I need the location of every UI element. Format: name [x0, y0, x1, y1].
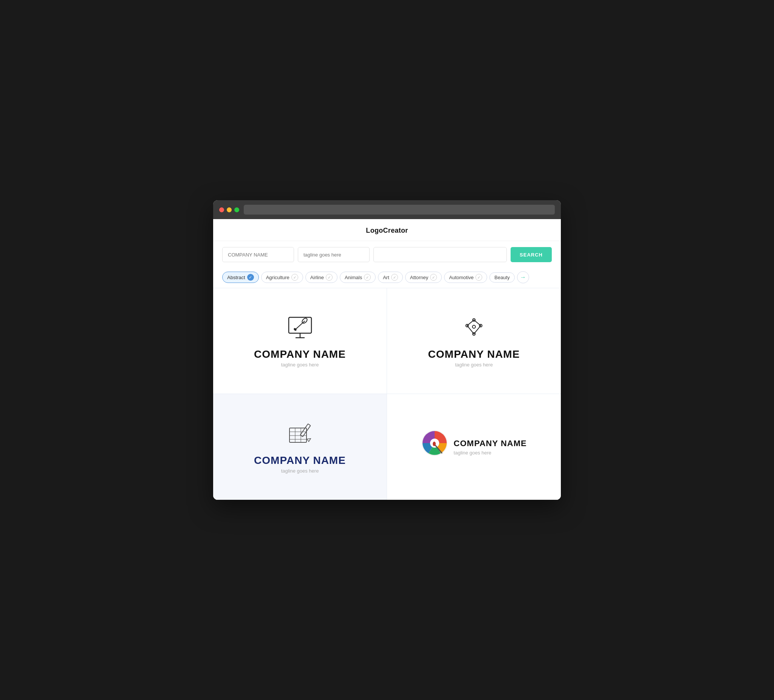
search-bar-row: SEARCH [213, 241, 561, 268]
filter-label: Animals [345, 275, 362, 280]
browser-window: LogoCreator SEARCH Abstract Agriculture … [213, 200, 561, 500]
logo-icon-4 [421, 429, 448, 458]
close-button[interactable] [219, 207, 224, 212]
tagline-3: tagline goes here [281, 468, 319, 474]
app-content: LogoCreator SEARCH Abstract Agriculture … [213, 219, 561, 500]
filter-check-abstract [247, 274, 254, 281]
filter-chip-beauty[interactable]: Beauty [490, 272, 514, 282]
filter-check-automotive [475, 274, 482, 281]
filter-label: Abstract [227, 275, 245, 280]
filter-label: Art [383, 275, 389, 280]
filter-chip-animals[interactable]: Animals [340, 272, 375, 283]
traffic-lights [219, 207, 239, 212]
filter-check-airline [326, 274, 332, 281]
company-name-3: COMPANY NAME [254, 454, 346, 467]
logo4-text-block: COMPANY NAME tagline goes here [453, 439, 526, 456]
logo-icon-3 [285, 421, 315, 448]
tagline-1: tagline goes here [281, 362, 319, 368]
app-title: LogoCreator [366, 227, 408, 234]
company-name-input[interactable] [222, 247, 294, 262]
company-name-4: COMPANY NAME [453, 439, 526, 448]
search-button[interactable]: SEARCH [511, 247, 552, 262]
filter-chip-abstract[interactable]: Abstract [222, 272, 259, 283]
svg-point-25 [433, 442, 436, 446]
logo-icon-1 [285, 314, 315, 342]
maximize-button[interactable] [234, 207, 239, 212]
filter-chip-automotive[interactable]: Automotive [444, 272, 487, 283]
logo-icon-2 [459, 314, 489, 342]
tagline-4: tagline goes here [453, 450, 526, 456]
filter-check-attorney [430, 274, 437, 281]
company-name-1: COMPANY NAME [254, 348, 346, 360]
filter-check-agriculture [291, 274, 298, 281]
logo-card-1[interactable]: COMPANY NAME tagline goes here [213, 288, 387, 394]
filter-label: Attorney [410, 275, 428, 280]
filter-chip-attorney[interactable]: Attorney [405, 272, 442, 283]
filter-label: Beauty [495, 275, 509, 280]
filter-chip-airline[interactable]: Airline [305, 272, 337, 283]
tagline-2: tagline goes here [455, 362, 493, 368]
filter-label: Automotive [449, 275, 473, 280]
app-header: LogoCreator [213, 219, 561, 241]
filter-chip-art[interactable]: Art [378, 272, 403, 283]
filter-label: Airline [310, 275, 324, 280]
logo-card-2[interactable]: COMPANY NAME tagline goes here [387, 288, 561, 394]
filter-next-button[interactable]: → [517, 271, 529, 283]
svg-line-3 [296, 321, 304, 329]
filter-row: Abstract Agriculture Airline Animals Art… [213, 268, 561, 288]
logo-card-3[interactable]: COMPANY NAME tagline goes here [213, 394, 387, 500]
minimize-button[interactable] [227, 207, 232, 212]
filter-check-art [391, 274, 398, 281]
svg-point-10 [472, 325, 475, 328]
logo4-layout: COMPANY NAME tagline goes here [421, 429, 526, 464]
filter-check-animals [364, 274, 371, 281]
extra-input[interactable] [374, 247, 507, 262]
svg-rect-21 [300, 423, 310, 436]
address-bar[interactable] [244, 205, 555, 215]
logo-card-4[interactable]: COMPANY NAME tagline goes here [387, 394, 561, 500]
arrow-right-icon: → [520, 274, 526, 281]
logo-grid: COMPANY NAME tagline goes here [213, 288, 561, 500]
company-name-2: COMPANY NAME [428, 348, 520, 360]
filter-chip-agriculture[interactable]: Agriculture [261, 272, 303, 283]
browser-chrome [213, 200, 561, 219]
filter-label: Agriculture [266, 275, 289, 280]
tagline-input[interactable] [298, 247, 370, 262]
